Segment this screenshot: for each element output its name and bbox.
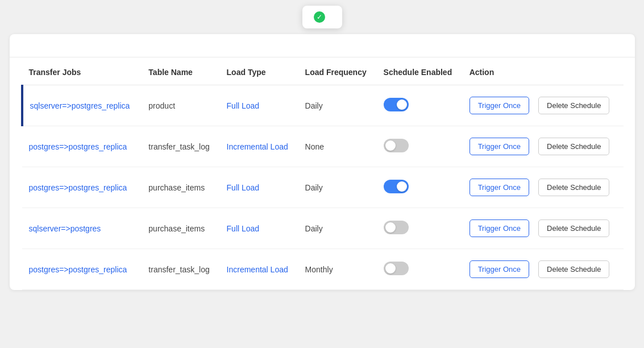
cell-load-type: Full Load bbox=[220, 167, 298, 208]
transfer-job-link[interactable]: sqlserver=>postgres bbox=[29, 224, 101, 233]
action-buttons: Trigger OnceDelete Schedule bbox=[470, 138, 617, 155]
main-card: Transfer Jobs Table Name Load Type Load … bbox=[10, 34, 635, 290]
cell-transfer-job: sqlserver=>postgres_replica bbox=[22, 85, 142, 126]
page-title bbox=[10, 34, 635, 57]
toggle-on[interactable] bbox=[384, 180, 409, 193]
table-row: postgres=>postgres_replicapurchase_items… bbox=[22, 167, 624, 208]
cell-table-name: product bbox=[142, 85, 219, 126]
load-type-value: Incremental Load bbox=[227, 142, 288, 151]
col-load-frequency: Load Frequency bbox=[298, 57, 377, 85]
table-row: sqlserver=>postgrespurchase_itemsFull Lo… bbox=[22, 208, 624, 249]
trigger-once-button[interactable]: Trigger Once bbox=[470, 138, 529, 155]
schedule-toggle[interactable] bbox=[384, 98, 409, 111]
table-header-row: Transfer Jobs Table Name Load Type Load … bbox=[22, 57, 624, 85]
load-type-value: Full Load bbox=[227, 183, 260, 192]
page-wrapper: ✓ Transfer Jobs Table Name Load Type Loa… bbox=[0, 0, 644, 348]
delete-schedule-button[interactable]: Delete Schedule bbox=[538, 138, 609, 155]
transfer-job-link[interactable]: postgres=>postgres_replica bbox=[29, 183, 127, 192]
action-buttons: Trigger OnceDelete Schedule bbox=[470, 179, 617, 196]
cell-load-type: Full Load bbox=[220, 85, 298, 126]
col-schedule-enabled: Schedule Enabled bbox=[377, 57, 463, 85]
load-type-value: Incremental Load bbox=[227, 265, 288, 274]
cell-transfer-job: sqlserver=>postgres bbox=[22, 208, 142, 249]
cell-action: Trigger OnceDelete Schedule bbox=[463, 208, 624, 249]
success-toast: ✓ bbox=[302, 6, 342, 28]
transfer-job-link[interactable]: postgres=>postgres_replica bbox=[29, 142, 127, 151]
cell-transfer-job: postgres=>postgres_replica bbox=[22, 126, 142, 167]
delete-schedule-button[interactable]: Delete Schedule bbox=[538, 97, 609, 114]
cell-schedule-enabled bbox=[377, 85, 463, 126]
col-load-type: Load Type bbox=[220, 57, 298, 85]
cell-load-frequency: Monthly bbox=[298, 249, 377, 290]
table-row: postgres=>postgres_replicatransfer_task_… bbox=[22, 126, 624, 167]
delete-schedule-button[interactable]: Delete Schedule bbox=[538, 260, 609, 278]
cell-action: Trigger OnceDelete Schedule bbox=[463, 85, 624, 126]
delete-schedule-button[interactable]: Delete Schedule bbox=[538, 219, 609, 237]
table-row: postgres=>postgres_replicatransfer_task_… bbox=[22, 249, 624, 290]
toggle-off[interactable] bbox=[384, 139, 409, 152]
toast-success-icon: ✓ bbox=[314, 11, 325, 23]
trigger-once-button[interactable]: Trigger Once bbox=[470, 260, 529, 278]
cell-table-name: purchase_items bbox=[142, 208, 219, 249]
col-action: Action bbox=[463, 57, 624, 85]
table-row: sqlserver=>postgres_replicaproductFull L… bbox=[22, 85, 624, 126]
cell-schedule-enabled bbox=[377, 208, 463, 249]
delete-schedule-button[interactable]: Delete Schedule bbox=[538, 179, 609, 196]
transfer-job-link[interactable]: postgres=>postgres_replica bbox=[29, 265, 127, 274]
toggle-off[interactable] bbox=[384, 262, 409, 275]
cell-table-name: transfer_task_log bbox=[142, 249, 219, 290]
action-buttons: Trigger OnceDelete Schedule bbox=[470, 260, 617, 278]
cell-schedule-enabled bbox=[377, 249, 463, 290]
cell-load-frequency: None bbox=[298, 126, 377, 167]
schedule-toggle[interactable] bbox=[384, 262, 409, 275]
transfer-job-link[interactable]: sqlserver=>postgres_replica bbox=[30, 101, 130, 110]
cell-load-type: Incremental Load bbox=[220, 126, 298, 167]
col-transfer-jobs: Transfer Jobs bbox=[22, 57, 142, 85]
action-buttons: Trigger OnceDelete Schedule bbox=[470, 97, 617, 114]
cell-load-type: Incremental Load bbox=[220, 249, 298, 290]
cell-transfer-job: postgres=>postgres_replica bbox=[22, 249, 142, 290]
cell-action: Trigger OnceDelete Schedule bbox=[463, 126, 624, 167]
cell-schedule-enabled bbox=[377, 167, 463, 208]
schedule-table: Transfer Jobs Table Name Load Type Load … bbox=[21, 57, 624, 290]
cell-load-type: Full Load bbox=[220, 208, 298, 249]
trigger-once-button[interactable]: Trigger Once bbox=[470, 219, 529, 237]
schedule-toggle[interactable] bbox=[384, 139, 409, 152]
cell-transfer-job: postgres=>postgres_replica bbox=[22, 167, 142, 208]
trigger-once-button[interactable]: Trigger Once bbox=[470, 179, 529, 196]
schedule-toggle[interactable] bbox=[384, 221, 409, 234]
table-wrapper: Transfer Jobs Table Name Load Type Load … bbox=[10, 57, 635, 290]
cell-action: Trigger OnceDelete Schedule bbox=[463, 249, 624, 290]
cell-table-name: purchase_items bbox=[142, 167, 219, 208]
cell-load-frequency: Daily bbox=[298, 85, 377, 126]
load-type-value: Full Load bbox=[227, 224, 260, 233]
toggle-on[interactable] bbox=[384, 98, 409, 111]
action-buttons: Trigger OnceDelete Schedule bbox=[470, 219, 617, 237]
cell-schedule-enabled bbox=[377, 126, 463, 167]
cell-action: Trigger OnceDelete Schedule bbox=[463, 167, 624, 208]
cell-load-frequency: Daily bbox=[298, 167, 377, 208]
schedule-toggle[interactable] bbox=[384, 180, 409, 193]
toggle-off[interactable] bbox=[384, 221, 409, 234]
trigger-once-button[interactable]: Trigger Once bbox=[470, 97, 529, 114]
col-table-name: Table Name bbox=[142, 57, 219, 85]
cell-load-frequency: Daily bbox=[298, 208, 377, 249]
cell-table-name: transfer_task_log bbox=[142, 126, 219, 167]
load-type-value: Full Load bbox=[227, 101, 260, 110]
